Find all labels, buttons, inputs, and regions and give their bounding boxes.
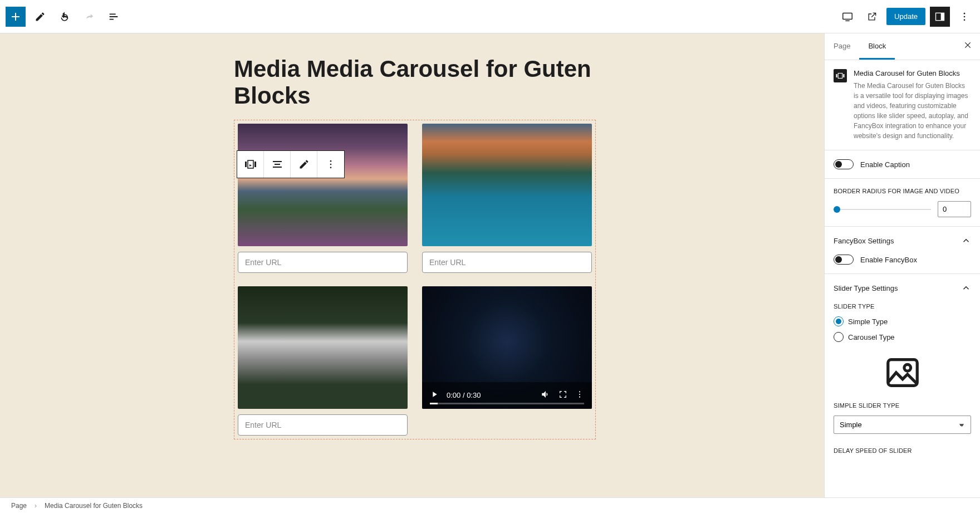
fancybox-panel-header[interactable]: FancyBox Settings [834,236,971,246]
more-vertical-icon [959,11,970,22]
carousel-item [422,124,592,273]
svg-rect-6 [245,162,247,167]
block-toolbar [237,150,345,178]
redo-button[interactable] [79,7,99,27]
svg-point-4 [964,16,966,17]
svg-rect-16 [838,74,842,79]
slider-type-panel-header[interactable]: Slider Type Settings [834,283,971,293]
radio-icon [834,316,844,326]
edit-mode-button[interactable] [30,7,50,27]
update-button[interactable]: Update [886,8,925,25]
radio-carousel-type[interactable]: Carousel Type [834,332,971,342]
view-button[interactable] [837,7,857,27]
block-edit-button[interactable] [291,151,317,178]
play-icon[interactable] [430,390,439,400]
url-input[interactable] [422,252,592,273]
undo-icon [58,11,71,23]
svg-point-9 [330,160,332,162]
fancybox-panel-title: FancyBox Settings [834,237,894,245]
simple-slider-type-label: SIMPLE SLIDER TYPE [834,402,971,409]
carousel-item [238,124,408,273]
video-progress[interactable] [430,403,584,404]
redo-icon [83,11,95,23]
slider-type-panel-title: Slider Type Settings [834,284,898,292]
media-thumbnail[interactable] [238,124,408,246]
svg-rect-8 [254,162,256,167]
pencil-icon [298,159,310,170]
settings-sidebar: Page Block Media Carousel for Guten Bloc… [824,33,980,497]
image-placeholder-icon [883,353,922,392]
svg-point-5 [964,19,966,21]
chevron-up-icon [961,236,971,246]
editor-canvas[interactable]: Media Media Carousel for Guten Blocks [0,33,824,497]
tab-page[interactable]: Page [825,34,859,60]
settings-panel-button[interactable] [930,7,950,27]
enable-fancybox-label: Enable FancyBox [860,256,917,264]
simple-slider-type-select[interactable]: Simple [834,416,971,434]
enable-fancybox-toggle[interactable] [834,255,854,265]
volume-icon[interactable] [541,389,551,401]
svg-point-14 [579,397,580,398]
plus-icon [9,10,22,23]
svg-rect-2 [941,13,944,20]
external-icon [866,11,878,22]
breadcrumb-root[interactable]: Page [11,502,27,510]
delay-speed-label: DELAY SPEED OF SLIDER [834,447,971,454]
border-radius-slider[interactable] [834,209,931,210]
svg-rect-0 [843,13,852,19]
carousel-item: 0:00 / 0:30 [422,286,592,436]
tab-block[interactable]: Block [859,34,895,60]
svg-rect-18 [888,360,917,386]
more-vertical-icon[interactable] [575,390,584,400]
breadcrumb: Page › Media Carousel for Guten Blocks [0,497,980,513]
video-time: 0:00 / 0:30 [447,391,481,399]
undo-button[interactable] [55,7,75,27]
carousel-item [238,286,408,436]
svg-rect-17 [843,74,844,77]
video-controls: 0:00 / 0:30 [422,382,592,409]
align-icon [271,158,284,171]
block-type-button[interactable] [237,151,264,178]
block-description: The Media Carousel for Guten Blocks is a… [854,81,971,141]
page-title[interactable]: Media Media Carousel for Guten Blocks [234,56,596,110]
breadcrumb-current[interactable]: Media Carousel for Guten Blocks [45,502,143,510]
chevron-right-icon: › [35,502,37,510]
svg-rect-7 [248,160,253,168]
border-radius-input[interactable] [938,201,971,217]
block-name: Media Carousel for Guten Blocks [854,69,971,77]
url-input[interactable] [238,252,408,273]
block-more-button[interactable] [317,151,344,178]
list-icon [107,11,120,23]
media-thumbnail[interactable] [422,124,592,246]
svg-point-3 [964,12,966,14]
radio-icon [834,332,844,342]
top-toolbar: Update [0,0,980,33]
add-block-button[interactable] [6,7,26,27]
more-vertical-icon [325,159,336,170]
slider-type-label: SLIDER TYPE [834,303,971,310]
radio-label: Simple Type [848,317,888,326]
chevron-up-icon [961,283,971,293]
block-icon [834,69,847,82]
url-input[interactable] [238,414,408,436]
block-align-button[interactable] [264,151,291,178]
close-sidebar-button[interactable] [955,41,980,52]
close-icon [963,41,972,50]
sidebar-icon [934,11,945,22]
preview-button[interactable] [862,7,882,27]
border-radius-label: BORDER RADIUS FOR IMAGE AND VIDEO [834,188,971,194]
radio-simple-type[interactable]: Simple Type [834,316,971,326]
svg-point-11 [330,167,332,169]
svg-point-12 [579,391,580,392]
video-thumbnail[interactable]: 0:00 / 0:30 [422,286,592,409]
enable-caption-label: Enable Caption [860,160,910,169]
svg-point-13 [579,394,580,395]
options-button[interactable] [954,7,974,27]
desktop-icon [841,11,854,23]
media-thumbnail[interactable] [238,286,408,409]
carousel-block-icon [244,158,257,171]
document-overview-button[interactable] [104,7,124,27]
svg-rect-15 [836,74,837,77]
enable-caption-toggle[interactable] [834,159,854,169]
fullscreen-icon[interactable] [558,390,567,400]
